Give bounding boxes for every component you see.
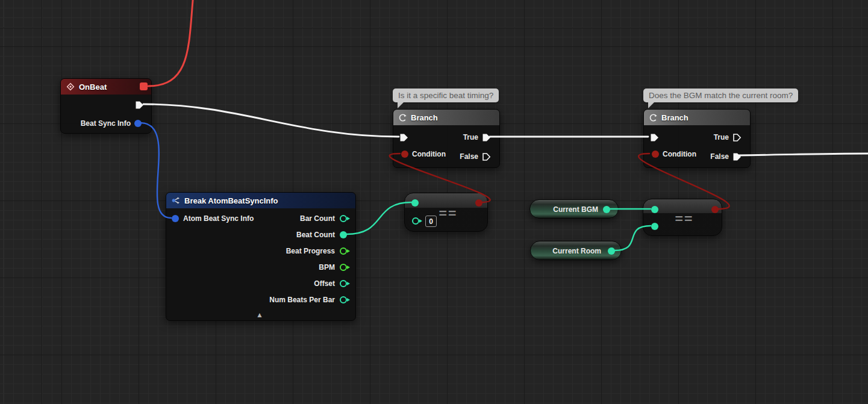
- branch-icon: [398, 113, 407, 122]
- branch-beat-condition-label: Condition: [412, 149, 446, 159]
- break-input-pin[interactable]: [172, 215, 179, 222]
- node-branch-bgm[interactable]: Branch Condition True False: [643, 109, 751, 168]
- get-current-bgm-label: Current BGM: [553, 205, 598, 214]
- node-collapse-arrow[interactable]: ▲: [256, 311, 263, 319]
- equals-operator-glyph: ==: [675, 213, 694, 225]
- break-output-pin-bar-count[interactable]: [340, 215, 347, 222]
- branch-beat-true-pin[interactable]: [482, 133, 491, 142]
- equals-beat-input-a-pin[interactable]: [411, 199, 419, 207]
- break-struct-icon: [171, 196, 181, 205]
- branch-bgm-false-label: False: [710, 152, 729, 161]
- wire-delegate-onbeat[interactable]: [148, 0, 193, 86]
- node-equals-bgm[interactable]: ==: [643, 199, 722, 236]
- node-get-current-room[interactable]: Current Room: [530, 241, 622, 260]
- branch-bgm-condition-pin[interactable]: [652, 151, 659, 158]
- branch-icon: [649, 113, 658, 122]
- comment-bgm-room[interactable]: Does the BGM match the current room?: [643, 89, 798, 102]
- branch-bgm-exec-in-pin[interactable]: [650, 133, 659, 142]
- branch-beat-condition-pin[interactable]: [401, 151, 408, 158]
- node-branch-beat[interactable]: Branch Condition True False: [393, 109, 500, 168]
- node-branch-bgm-title: Branch: [661, 113, 688, 122]
- branch-beat-true-label: True: [463, 132, 478, 142]
- break-output-label-beat-progress: Beat Progress: [286, 246, 335, 256]
- break-output-label-offset: Offset: [314, 279, 335, 288]
- branch-bgm-false-pin[interactable]: [732, 152, 742, 161]
- branch-beat-false-pin[interactable]: [482, 152, 491, 161]
- wire-exec-onbeat-to-branch1[interactable]: [143, 104, 399, 137]
- get-current-bgm-output-pin[interactable]: [603, 206, 610, 213]
- node-break-atombeatsyncinfo[interactable]: Break AtomBeatSyncInfo Atom Beat Sync In…: [166, 192, 356, 321]
- break-output-pin-beat-progress[interactable]: [340, 247, 347, 255]
- comment-bgm-room-text: Does the BGM match the current room?: [649, 91, 793, 100]
- comment-tail: [648, 102, 654, 108]
- node-break-header[interactable]: Break AtomBeatSyncInfo: [166, 193, 355, 208]
- wire-int-beatcount-to-equals[interactable]: [346, 202, 411, 234]
- equals-beat-input-b-pin[interactable]: [412, 217, 419, 225]
- node-get-current-bgm[interactable]: Current BGM: [529, 199, 619, 219]
- event-icon: [66, 82, 75, 92]
- comment-tail: [398, 102, 404, 108]
- node-equals-beat[interactable]: 0 ==: [404, 193, 488, 232]
- onbeat-delegate-pin[interactable]: [140, 82, 148, 90]
- blueprint-graph-canvas[interactable]: OnBeat Beat Sync Info Is it a specific b…: [0, 0, 868, 404]
- comment-beat-timing-text: Is it a specific beat timing?: [398, 91, 493, 100]
- break-output-label-bpm: BPM: [319, 263, 335, 272]
- equals-beat-literal-value: 0: [429, 217, 433, 226]
- equals-bgm-input-a-pin[interactable]: [651, 206, 658, 213]
- equals-operator-glyph: ==: [439, 207, 458, 220]
- node-onbeat-event[interactable]: OnBeat Beat Sync Info: [60, 78, 152, 134]
- wire-exec-branch2-false-out[interactable]: [738, 154, 868, 155]
- node-branch-beat-header[interactable]: Branch: [393, 110, 499, 125]
- branch-beat-exec-in-pin[interactable]: [399, 133, 408, 142]
- onbeat-pin-label-beat-sync-info: Beat Sync Info: [81, 119, 131, 128]
- branch-bgm-true-pin[interactable]: [732, 133, 742, 142]
- comment-beat-timing[interactable]: Is it a specific beat timing?: [393, 89, 499, 102]
- break-output-pin-num-beats-per-bar[interactable]: [340, 296, 347, 303]
- get-current-room-output-pin[interactable]: [608, 247, 615, 255]
- branch-beat-false-label: False: [460, 152, 478, 161]
- node-branch-bgm-header[interactable]: Branch: [644, 110, 750, 125]
- node-break-title: Break AtomBeatSyncInfo: [184, 196, 278, 205]
- node-branch-beat-title: Branch: [411, 113, 438, 122]
- equals-bgm-input-b-pin[interactable]: [651, 223, 658, 230]
- equals-beat-literal-input[interactable]: 0: [425, 216, 437, 227]
- node-onbeat-title: OnBeat: [79, 82, 107, 92]
- node-onbeat-header[interactable]: OnBeat: [61, 79, 151, 95]
- break-output-label-bar-count: Bar Count: [300, 214, 335, 223]
- break-input-label: Atom Beat Sync Info: [183, 214, 254, 223]
- break-output-pin-offset[interactable]: [340, 280, 347, 287]
- break-output-pin-bpm[interactable]: [340, 264, 347, 271]
- onbeat-exec-out-pin[interactable]: [135, 101, 144, 110]
- branch-bgm-true-label: True: [714, 132, 729, 142]
- get-current-room-label: Current Room: [552, 246, 601, 256]
- branch-bgm-condition-label: Condition: [663, 149, 696, 159]
- break-output-label-num-beats-per-bar: Num Beats Per Bar: [269, 295, 335, 305]
- break-output-pin-beat-count[interactable]: [340, 231, 347, 238]
- break-output-label-beat-count: Beat Count: [296, 230, 335, 240]
